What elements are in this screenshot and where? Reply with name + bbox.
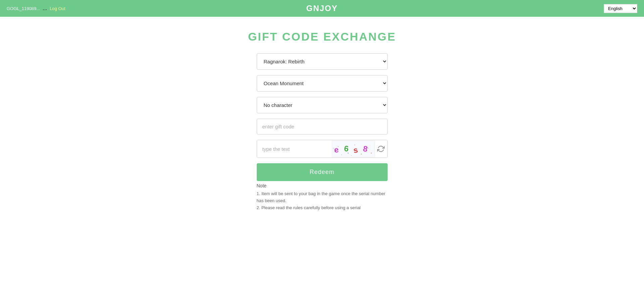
refresh-icon [377, 145, 385, 153]
character-select[interactable]: No character [257, 97, 388, 113]
server-dropdown-wrapper: Ocean Monument Prontera Morroc [257, 75, 388, 92]
language-selector[interactable]: English 한국어 日本語 中文 [604, 4, 637, 13]
captcha-svg: e 6 s 8 [332, 141, 375, 156]
svg-point-4 [354, 144, 355, 145]
header-separator: ... [43, 5, 47, 11]
svg-point-9 [333, 148, 333, 149]
svg-point-8 [370, 153, 371, 154]
site-logo: GNJOY [306, 4, 338, 13]
captcha-image: e 6 s 8 [332, 140, 375, 158]
svg-point-5 [361, 154, 362, 155]
header-left: GOGL_119089... ... Log Out [7, 5, 65, 11]
gift-code-input[interactable] [257, 119, 388, 134]
main-content: GIFT CODE EXCHANGE Ragnarok: Rebirth Rag… [0, 17, 644, 225]
server-select[interactable]: Ocean Monument Prontera Morroc [257, 75, 388, 92]
note-title: Note [257, 183, 388, 188]
captcha-refresh-button[interactable] [375, 140, 387, 158]
note-section: Note 1. Item will be sent to your bag in… [257, 183, 388, 211]
page-title: GIFT CODE EXCHANGE [248, 30, 396, 43]
redeem-button[interactable]: Redeem [257, 163, 388, 181]
logout-link[interactable]: Log Out [50, 6, 65, 11]
svg-point-10 [351, 155, 352, 156]
captcha-input[interactable] [257, 140, 332, 158]
header-right: English 한국어 日本語 中文 [604, 4, 637, 13]
game-select[interactable]: Ragnarok: Rebirth Ragnarok Online Ragnar… [257, 53, 388, 70]
note-line2: 2. Please read the rules carefully befor… [257, 205, 361, 210]
svg-point-7 [341, 155, 342, 155]
captcha-row: e 6 s 8 [257, 140, 388, 158]
character-dropdown-wrapper: No character [257, 97, 388, 113]
header: GOGL_119089... ... Log Out GNJOY English… [0, 0, 644, 17]
note-text: 1. Item will be sent to your bag in the … [257, 190, 388, 211]
svg-text:6: 6 [344, 144, 349, 153]
note-line1: 1. Item will be sent to your bag in the … [257, 191, 386, 203]
header-username: GOGL_119089... [7, 6, 40, 11]
game-dropdown-wrapper: Ragnarok: Rebirth Ragnarok Online Ragnar… [257, 53, 388, 70]
form-container: Ragnarok: Rebirth Ragnarok Online Ragnar… [257, 53, 388, 181]
svg-point-6 [367, 148, 368, 149]
